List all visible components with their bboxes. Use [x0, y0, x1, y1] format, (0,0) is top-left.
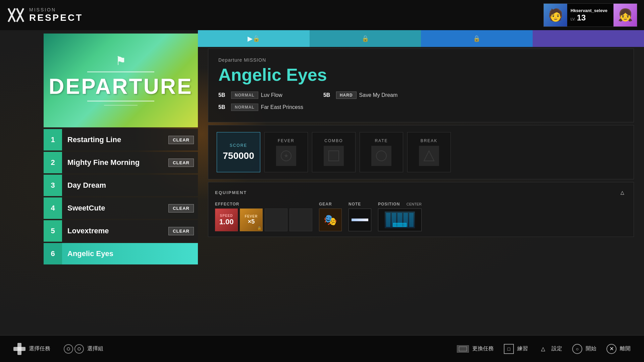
action-label-7: 離開 — [620, 345, 631, 352]
departure-content: ⚑ DEPARTURE — [49, 54, 193, 107]
mission-label: MISSION — [29, 7, 83, 12]
clear-badge-1: CLEAR — [168, 136, 194, 144]
gear-section: GEAR 🎭 — [319, 202, 342, 231]
score-box-break: BREAK — [407, 132, 451, 172]
combo-icon — [324, 146, 344, 166]
user-info: Hkservant_seleve LV. 13 — [567, 8, 613, 22]
mode-label-3: 5B — [323, 92, 333, 98]
note-bar — [352, 219, 368, 221]
equipment-row: EFFECTOR SPEED 1.00 FEVER ×5 🔒 — [215, 202, 627, 231]
departure-line-short — [104, 105, 138, 106]
avatar-right: 👧 — [613, 3, 637, 27]
action-label-4: 練習 — [517, 345, 528, 352]
nav-tab-3[interactable]: 🔒 — [421, 30, 533, 47]
conditions-left: 5B NORMAL Luv Flow 5B NORMAL Far East Pr… — [218, 92, 303, 114]
rate-label: RATE — [375, 138, 388, 143]
action-label-2: 選擇組 — [87, 345, 103, 352]
effector-slot-4[interactable] — [289, 208, 312, 231]
conditions-right: 5B HARD Save My Dream — [323, 92, 397, 114]
note-slot[interactable] — [348, 208, 371, 231]
action-select-mission[interactable]: 選擇任務 — [13, 343, 50, 355]
action-label-5: 設定 — [551, 345, 562, 352]
speed-value: 1.00 — [219, 218, 234, 226]
position-preview[interactable] — [378, 208, 422, 231]
song-name-5: Lovextreme — [62, 227, 168, 235]
song-number-1: 1 — [44, 129, 62, 150]
song-item-1[interactable]: 1 Restarting Line CLEAR — [44, 129, 198, 150]
svg-rect-6 — [329, 151, 339, 161]
flag-icon: ⚑ — [49, 54, 193, 68]
song-number-2: 2 — [44, 152, 62, 173]
equipment-panel: EQUIPMENT △ EFFECTOR SPEED 1.00 FEVER ×5… — [208, 182, 634, 237]
song-number-5: 5 — [44, 220, 62, 242]
mission-subtitle: Departure MISSION — [218, 57, 624, 63]
action-settings[interactable]: △ 設定 — [538, 344, 562, 354]
song-number-3: 3 — [44, 175, 62, 196]
action-label-6: 開始 — [586, 345, 596, 352]
action-change-mission[interactable]: 更換任務 — [457, 345, 494, 353]
cond-song-2: Far East Princess — [261, 104, 303, 110]
action-practice[interactable]: □ 練習 — [504, 344, 528, 354]
action-start[interactable]: ○ 開始 — [572, 344, 596, 354]
position-center-label: CENTER — [407, 202, 422, 206]
score-box-fever: FEVER ★ — [264, 132, 308, 172]
nav-tab-2[interactable]: 🔒 — [310, 30, 421, 47]
score-box-score: SCORE 750000 — [217, 132, 260, 172]
triangle-button[interactable]: △ — [618, 188, 627, 197]
right-panel: Departure MISSION Angelic Eyes 5B NORMAL… — [208, 49, 634, 334]
song-item-5[interactable]: 5 Lovextreme CLEAR — [44, 220, 198, 242]
clear-badge-4: CLEAR — [168, 204, 194, 213]
rect-button-icon — [457, 345, 469, 353]
lock-icon-2: 🔒 — [362, 35, 369, 42]
mission-text: MISSION RESPECT — [29, 7, 83, 23]
song-name-3: Day Dream — [62, 181, 198, 190]
gear-items: 🎭 — [319, 208, 342, 231]
note-section: NOTE — [348, 202, 371, 231]
top-bar: MISSION RESPECT 🧑 Hkservant_seleve LV. 1… — [0, 0, 644, 30]
svg-point-7 — [376, 151, 386, 161]
equipment-title: EQUIPMENT — [215, 190, 247, 195]
combo-label: COMBO — [324, 138, 343, 143]
nav-tabs: ▶ 🔒 🔒 🔒 — [198, 30, 644, 47]
departure-title: DEPARTURE — [49, 76, 193, 97]
lv-label: LV. — [571, 17, 576, 21]
speed-slot[interactable]: SPEED 1.00 — [215, 208, 238, 231]
song-item-4[interactable]: 4 SweetCute CLEAR — [44, 197, 198, 219]
song-item-2[interactable]: 2 Mighty Fine Morning CLEAR — [44, 152, 198, 173]
action-label-3: 更換任務 — [472, 345, 494, 352]
song-item-6[interactable]: 6 Angelic Eyes — [44, 243, 198, 264]
position-section: POSITION CENTER — [378, 202, 422, 231]
avatar-left: 🧑 — [544, 3, 567, 27]
condition-row-3: 5B HARD Save My Dream — [323, 92, 397, 99]
circle-button-icon: ○ — [572, 344, 582, 354]
respect-label: RESPECT — [29, 12, 83, 23]
bottom-bar: 選擇任務 選擇組 更換任務 □ 練習 △ — [0, 335, 644, 362]
cross-button-icon: ✕ — [606, 344, 616, 354]
fever-label-equip: FEVER — [245, 215, 258, 218]
action-exit[interactable]: ✕ 離開 — [606, 344, 631, 354]
logo-icon — [7, 7, 25, 23]
fever-icon: ★ — [276, 146, 296, 166]
action-select-group[interactable]: 選擇組 — [64, 344, 103, 354]
diff-badge-1: NORMAL — [231, 92, 258, 99]
song-name-6: Angelic Eyes — [62, 249, 198, 258]
username: Hkservant_seleve — [571, 8, 610, 13]
triangle-button-icon: △ — [538, 344, 548, 354]
song-item-3[interactable]: 3 Day Dream — [44, 175, 198, 196]
effector-slot-3[interactable] — [265, 208, 287, 231]
fever-label: FEVER — [278, 138, 294, 143]
nav-tab-1[interactable]: ▶ 🔒 — [198, 30, 310, 47]
level-number: 13 — [577, 13, 586, 22]
nav-tab-4[interactable] — [533, 30, 644, 47]
pos-line-5 — [409, 213, 414, 227]
position-label: POSITION — [378, 202, 400, 206]
score-box-rate: RATE — [360, 132, 403, 172]
gear-slot[interactable]: 🎭 — [319, 208, 342, 231]
song-number-6: 6 — [44, 243, 62, 264]
fever-lock-icon: 🔒 — [257, 226, 261, 230]
fever-slot[interactable]: FEVER ×5 🔒 — [240, 208, 263, 231]
effector-label: EFFECTOR — [215, 202, 312, 206]
song-name-4: SweetCute — [62, 204, 168, 213]
clear-badge-2: CLEAR — [168, 159, 194, 167]
departure-art: ⚑ DEPARTURE — [44, 34, 198, 127]
